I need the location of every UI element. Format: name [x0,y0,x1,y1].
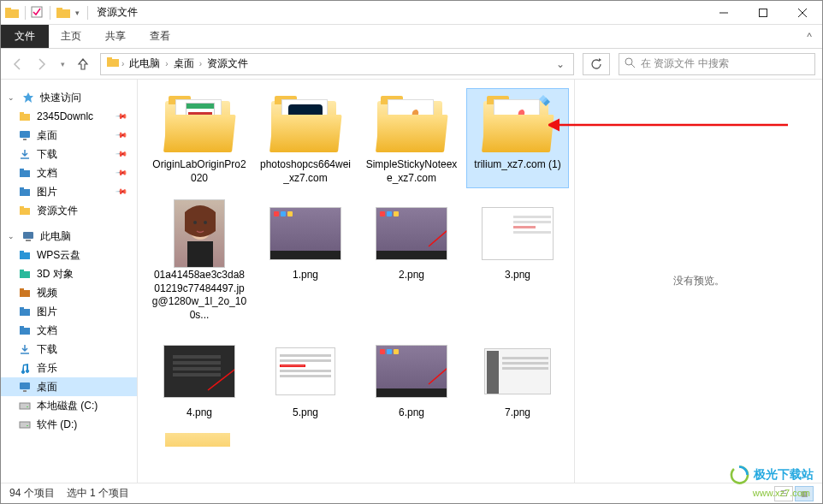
sidebar-item[interactable]: 音乐 [1,359,137,377]
minimize-button[interactable] [704,1,743,25]
star-icon [21,91,35,104]
svg-rect-46 [187,241,213,268]
svg-rect-24 [23,232,33,239]
sidebar-this-pc[interactable]: ⌄ 此电脑 [1,227,137,246]
folder-icon [56,5,71,21]
document-icon [18,323,32,337]
crumb-desktop[interactable]: 桌面 [169,56,199,71]
file-name: 3.png [505,269,530,282]
file-item[interactable]: Psphotoshopcs664wei_xz7.com [254,88,357,188]
svg-rect-28 [20,271,30,278]
sidebar-item[interactable]: 下载📌 [1,145,137,163]
sidebar-item-label: 文档 [37,166,57,181]
nav-back-button[interactable] [8,54,28,74]
file-item[interactable]: 6.png [360,336,463,424]
sidebar-item[interactable]: 图片 [1,302,137,321]
file-thumbnail [269,340,341,403]
sidebar-item[interactable]: 本地磁盘 (C:) [1,396,137,415]
file-item[interactable]: OriginLabOriginPro2020 [148,88,251,188]
breadcrumb[interactable]: › 此电脑 › 桌面 › 资源文件 ⌄ [100,53,574,75]
sidebar-item[interactable]: 软件 (D:) [1,415,137,434]
file-item[interactable]: trilium_xz7.com (1) [466,88,569,188]
chevron-down-icon: ⌄ [8,232,16,240]
close-button[interactable] [783,1,822,25]
ribbon-tab-view[interactable]: 查看 [138,25,182,48]
sidebar-item-label: 桌面 [37,128,57,143]
checkbox-icon[interactable] [31,6,44,20]
search-input[interactable]: 在 资源文件 中搜索 [619,53,815,75]
svg-rect-20 [20,189,30,196]
file-thumbnail [482,340,554,403]
crumb-thispc[interactable]: 此电脑 [124,56,165,71]
svg-point-45 [204,221,207,224]
svg-rect-19 [20,169,24,171]
pictures-icon [18,185,32,199]
sidebar-item-label: 下载 [37,147,57,162]
nav-forward-button[interactable] [32,54,52,74]
folder-icon [106,56,120,72]
status-count: 94 个项目 [9,486,55,501]
status-selection: 选中 1 个项目 [67,486,129,501]
sidebar-item[interactable]: 资源文件 [1,201,137,220]
file-item[interactable]: SimpleStickyNoteexe_xz7.com [360,88,463,188]
svg-rect-4 [56,8,62,11]
sidebar-item[interactable]: 文档 [1,321,137,340]
folder-icon [4,5,20,21]
svg-rect-27 [20,251,24,253]
music-icon [18,361,32,375]
svg-rect-32 [20,309,30,316]
sidebar: ⌄ 快速访问 2345Downlc📌桌面📌下载📌文档📌图片📌资源文件 ⌄ 此电脑… [1,80,138,483]
sidebar-item-label: 文档 [37,323,57,338]
svg-line-49 [429,359,447,384]
file-item[interactable]: 1.png [254,199,357,325]
ribbon-tab-file[interactable]: 文件 [1,25,49,48]
sidebar-item[interactable]: 图片📌 [1,182,137,201]
disk-icon [18,399,32,412]
svg-rect-14 [20,112,24,115]
file-item[interactable]: 01a41458ae3c3da801219c77484497.jpg@1280w… [148,199,251,325]
qat-dropdown-icon[interactable]: ▾ [73,9,82,17]
sidebar-item[interactable]: 桌面 [1,377,137,396]
sidebar-item-label: 软件 (D:) [37,418,77,432]
svg-rect-39 [20,403,30,409]
file-item[interactable]: 4.png [148,336,251,424]
sidebar-item[interactable]: 下载 [1,340,137,359]
sidebar-item[interactable]: 3D 对象 [1,264,137,283]
file-item[interactable] [148,433,251,447]
nav-up-button[interactable] [73,54,93,74]
svg-rect-10 [107,57,112,61]
sidebar-item[interactable]: 文档📌 [1,163,137,182]
file-item[interactable]: 3.png [466,199,569,325]
file-item[interactable]: 5.png [254,336,357,424]
file-thumbnail [376,92,447,155]
sidebar-quick-access[interactable]: ⌄ 快速访问 [1,88,137,107]
file-name: 01a41458ae3c3da801219c77484497.jpg@1280w… [151,269,247,322]
file-item[interactable]: 2.png [360,199,463,325]
desktop-icon [18,128,32,142]
crumb-folder[interactable]: 资源文件 [202,56,253,71]
nav-toolbar: ▾ › 此电脑 › 桌面 › 资源文件 ⌄ 在 资源文件 中搜索 [1,49,822,80]
ribbon-tab-share[interactable]: 共享 [93,25,138,48]
file-item[interactable]: 7.png [466,336,569,424]
sidebar-item[interactable]: WPS云盘 [1,246,137,264]
refresh-button[interactable] [583,53,610,75]
svg-rect-40 [27,406,28,407]
sidebar-item[interactable]: 2345Downlc📌 [1,107,137,126]
nav-history-button[interactable]: ▾ [56,54,69,74]
ribbon-tab-home[interactable]: 主页 [49,25,93,48]
wps-icon [18,248,32,262]
preview-text: 没有预览。 [673,274,725,288]
maximize-button[interactable] [743,1,783,25]
file-list[interactable]: OriginLabOriginPro2020Psphotoshopcs664we… [138,80,574,483]
watermark-url: www.xz7.com [753,488,810,498]
file-thumbnail [482,202,554,265]
ribbon-expand-icon[interactable]: ^ [796,25,822,48]
svg-point-44 [193,221,197,224]
svg-rect-2 [32,7,42,17]
svg-rect-15 [20,131,30,138]
sidebar-item[interactable]: 桌面📌 [1,126,137,145]
breadcrumb-dropdown-icon[interactable]: ⌄ [551,58,570,70]
file-thumbnail [163,340,235,403]
sidebar-item[interactable]: 视频 [1,283,137,302]
sidebar-item-label: 视频 [37,286,57,300]
